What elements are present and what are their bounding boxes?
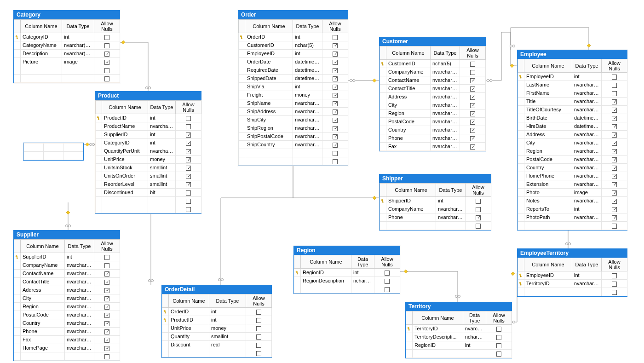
checkbox-icon[interactable] — [612, 199, 617, 204]
allow-nulls-cell[interactable] — [322, 99, 348, 108]
allow-nulls-cell[interactable] — [176, 156, 201, 164]
allow-nulls-cell[interactable] — [94, 278, 120, 286]
column-row[interactable]: HomePagenvarchar(4000) — [14, 344, 120, 352]
checkbox-icon[interactable] — [186, 182, 191, 187]
table-title[interactable]: OrderDetail — [162, 285, 271, 294]
table-territory[interactable]: TerritoryColumn NameData TypeAllow Nulls… — [405, 302, 512, 358]
checkbox-icon[interactable] — [333, 126, 338, 131]
column-row[interactable]: Photoimage — [518, 189, 627, 197]
allow-nulls-cell[interactable] — [602, 98, 627, 106]
checkbox-icon[interactable] — [612, 290, 617, 295]
allow-nulls-cell[interactable] — [246, 316, 272, 324]
checkbox-icon[interactable] — [385, 271, 390, 276]
allow-nulls-cell[interactable] — [602, 197, 627, 205]
column-row[interactable]: ContactNamenvarchar(30) — [14, 270, 120, 278]
allow-nulls-cell[interactable] — [460, 126, 486, 134]
column-row[interactable]: Notesnvarchar(4000) — [518, 197, 627, 205]
checkbox-icon[interactable] — [104, 255, 109, 260]
allow-nulls-cell[interactable] — [602, 172, 627, 180]
allow-nulls-cell[interactable] — [466, 213, 491, 222]
column-row[interactable]: Discountreal — [162, 341, 272, 349]
column-row[interactable]: RegionIDint — [406, 341, 512, 350]
column-row[interactable]: EmployeeIDint — [239, 50, 348, 58]
allow-nulls-cell[interactable] — [322, 108, 348, 116]
checkbox-icon[interactable] — [476, 207, 481, 212]
allow-nulls-cell[interactable] — [176, 164, 201, 172]
allow-nulls-cell[interactable] — [322, 75, 348, 83]
checkbox-icon[interactable] — [612, 273, 617, 278]
checkbox-icon[interactable] — [104, 329, 109, 334]
checkbox-icon[interactable] — [476, 199, 481, 204]
allow-nulls-cell[interactable] — [94, 253, 120, 261]
allow-nulls-cell[interactable] — [466, 197, 491, 205]
allow-nulls-cell[interactable] — [94, 328, 120, 336]
table-category[interactable]: CategoryColumn NameData TypeAllow NullsC… — [13, 10, 120, 83]
allow-nulls-cell[interactable] — [176, 172, 201, 180]
table-title[interactable]: Supplier — [14, 230, 120, 239]
column-row[interactable]: ShipViaint — [239, 83, 348, 91]
allow-nulls-cell[interactable] — [322, 58, 348, 66]
column-row[interactable]: PostalCodenvarchar(10) — [518, 156, 627, 164]
checkbox-icon[interactable] — [470, 95, 475, 100]
column-row[interactable]: TerritoryIDnvarchar(20) — [518, 280, 627, 288]
table-title[interactable]: Customer — [380, 37, 485, 46]
column-row[interactable]: OrderIDint — [239, 33, 348, 41]
checkbox-icon[interactable] — [186, 166, 191, 171]
checkbox-icon[interactable] — [186, 157, 191, 162]
allow-nulls-cell[interactable] — [322, 50, 348, 58]
allow-nulls-cell[interactable] — [94, 33, 120, 41]
checkbox-icon[interactable] — [104, 52, 109, 57]
column-row[interactable]: ShipCountrynvarchar(15) — [239, 141, 348, 149]
checkbox-icon[interactable] — [612, 182, 617, 187]
column-row[interactable]: Regionnvarchar(15) — [518, 147, 627, 156]
column-row[interactable]: UnitsOnOrdersmallint — [96, 172, 201, 180]
allow-nulls-cell[interactable] — [602, 73, 627, 81]
checkbox-icon[interactable] — [104, 313, 109, 318]
checkbox-icon[interactable] — [333, 85, 338, 90]
checkbox-icon[interactable] — [612, 108, 617, 113]
column-row[interactable]: Countrynvarchar(15) — [380, 126, 486, 134]
column-row[interactable]: CompanyNamenvarchar(40) — [380, 68, 486, 76]
checkbox-icon[interactable] — [333, 151, 338, 156]
checkbox-icon[interactable] — [333, 52, 338, 57]
checkbox-icon[interactable] — [333, 93, 338, 98]
allow-nulls-cell[interactable] — [94, 303, 120, 311]
checkbox-icon[interactable] — [104, 263, 109, 268]
allow-nulls-cell[interactable] — [602, 89, 627, 98]
column-row[interactable]: Citynvarchar(15) — [518, 139, 627, 147]
checkbox-icon[interactable] — [612, 99, 617, 104]
allow-nulls-cell[interactable] — [602, 213, 627, 222]
allow-nulls-cell[interactable] — [94, 336, 120, 344]
column-row[interactable]: RegionDescriptionnchar(50) — [294, 277, 400, 285]
checkbox-icon[interactable] — [612, 190, 617, 196]
table-title[interactable]: Region — [294, 246, 400, 255]
checkbox-icon[interactable] — [186, 133, 191, 138]
allow-nulls-cell[interactable] — [602, 189, 627, 197]
checkbox-icon[interactable] — [333, 101, 338, 106]
column-row[interactable]: Freightmoney — [239, 91, 348, 99]
table-title[interactable]: Order — [238, 11, 348, 19]
checkbox-icon[interactable] — [104, 76, 109, 81]
column-row[interactable]: CustomerIDnchar(5) — [239, 41, 348, 50]
column-row[interactable]: Citynvarchar(15) — [380, 101, 486, 109]
column-row[interactable]: ProductIDint — [96, 114, 201, 122]
allow-nulls-cell[interactable] — [246, 333, 272, 341]
table-region[interactable]: RegionColumn NameData TypeAllow NullsReg… — [293, 246, 400, 294]
column-row[interactable]: PostalCodenvarchar(10) — [380, 118, 486, 126]
allow-nulls-cell[interactable] — [374, 277, 400, 285]
column-row[interactable]: Addressnvarchar(60) — [14, 286, 120, 294]
checkbox-icon[interactable] — [333, 143, 338, 148]
checkbox-icon[interactable] — [612, 75, 617, 80]
checkbox-icon[interactable] — [612, 174, 617, 179]
column-row[interactable]: FirstNamenvarchar(10) — [518, 89, 627, 98]
allow-nulls-cell[interactable] — [176, 131, 201, 139]
column-row[interactable]: Regionnvarchar(15) — [14, 303, 120, 311]
allow-nulls-cell[interactable] — [94, 50, 120, 58]
checkbox-icon[interactable] — [470, 62, 475, 67]
allow-nulls-cell[interactable] — [460, 134, 486, 143]
column-row[interactable]: Citynvarchar(15) — [14, 294, 120, 303]
column-row[interactable]: Countrynvarchar(15) — [518, 164, 627, 172]
table-product[interactable]: ProductColumn NameData TypeAllow NullsPr… — [95, 91, 201, 214]
checkbox-icon[interactable] — [496, 351, 501, 357]
checkbox-icon[interactable] — [385, 287, 390, 292]
